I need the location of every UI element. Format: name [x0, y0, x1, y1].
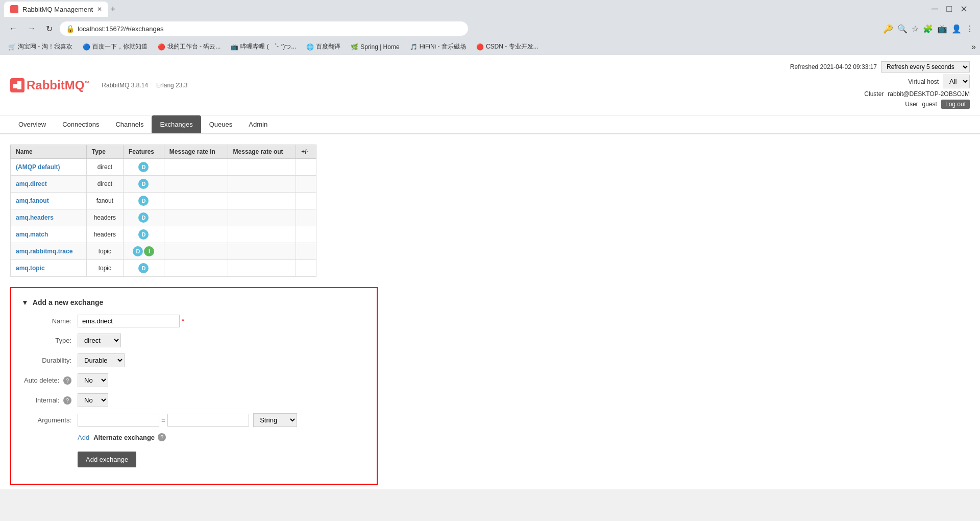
cast-icon[interactable]: 📺 [937, 24, 947, 34]
exchange-features: D [124, 226, 164, 243]
app-logo: RabbitMQ™ [10, 78, 89, 92]
exchange-rate-in [164, 209, 228, 226]
feature-badge-d: D [138, 212, 149, 223]
bookmark-baidu[interactable]: 🔵 百度一下，你就知道 [79, 41, 152, 52]
exchange-name[interactable]: amq.headers [11, 209, 87, 226]
table-row: amq.fanoutfanoutD [11, 193, 316, 209]
maximize-button[interactable]: □ [946, 4, 952, 15]
alt-exchange-help-icon[interactable]: ? [158, 433, 166, 441]
logo-icon [10, 78, 24, 92]
section-toggle[interactable]: ▼ Add a new exchange [21, 298, 366, 306]
bookmark-star-icon[interactable]: ☆ [912, 24, 919, 34]
exchange-rate-out [228, 159, 296, 176]
exchange-type: fanout [86, 193, 123, 209]
browser-tab[interactable]: RabbitMQ Management ✕ [4, 2, 108, 17]
alternate-exchange-link[interactable]: Alternate exchange [93, 434, 155, 441]
bookmark-icon: 🔵 [83, 43, 90, 51]
search-icon[interactable]: 🔍 [897, 24, 908, 34]
feature-badge-d: D [133, 246, 143, 256]
nav-admin[interactable]: Admin [240, 115, 276, 133]
bookmarks-more-icon[interactable]: » [971, 42, 976, 52]
bookmark-bilibili[interactable]: 📺 哔哩哔哩 ( ゜- °)つ... [227, 41, 300, 52]
bookmark-spring[interactable]: 🌿 Spring | Home [347, 42, 403, 52]
tab-close-button[interactable]: ✕ [97, 6, 102, 13]
tab-title: RabbitMQ Management [22, 6, 93, 13]
nav-overview[interactable]: Overview [10, 115, 54, 133]
exchange-name[interactable]: amq.match [11, 226, 87, 243]
internal-label: Internal: ? [21, 396, 78, 405]
table-row: amq.directdirectD [11, 176, 316, 193]
close-window-button[interactable]: ✕ [960, 4, 968, 15]
exchange-type: topic [86, 260, 123, 277]
exchange-rate-out [228, 243, 296, 260]
extension-icon[interactable]: 🧩 [923, 24, 933, 34]
bookmark-icon: 🌐 [306, 43, 314, 51]
bookmark-gitee[interactable]: 🔴 我的工作台 - 码云... [154, 41, 225, 52]
add-exchange-button[interactable]: Add exchange [78, 452, 136, 467]
auto-delete-select[interactable]: No Yes [78, 373, 108, 387]
section-title: Add a new exchange [33, 298, 103, 306]
nav-connections[interactable]: Connections [54, 115, 107, 133]
menu-icon[interactable]: ⋮ [966, 24, 974, 34]
type-select[interactable]: direct fanout headers topic [78, 334, 121, 347]
minimize-button[interactable]: ─ [932, 4, 938, 15]
bookmark-hifini[interactable]: 🎵 HiFiNi - 音乐磁场 [406, 41, 470, 52]
bookmark-icon: 📺 [231, 43, 238, 51]
argument-key-input[interactable] [78, 414, 159, 427]
feature-badge-d: D [138, 229, 149, 240]
argument-type-select[interactable]: String Integer Boolean [253, 413, 297, 427]
exchange-name[interactable]: amq.topic [11, 260, 87, 277]
table-row: amq.headersheadersD [11, 209, 316, 226]
nav-exchanges[interactable]: Exchanges [152, 115, 201, 133]
table-row: amq.rabbitmq.tracetopicDI [11, 243, 316, 260]
exchange-rate-in [164, 159, 228, 176]
internal-help-icon[interactable]: ? [63, 396, 71, 405]
main-nav: Overview Connections Channels Exchanges … [0, 115, 980, 134]
exchange-rate-in [164, 243, 228, 260]
exchange-rate-in [164, 176, 228, 193]
nav-channels[interactable]: Channels [107, 115, 152, 133]
exchange-actions [296, 226, 316, 243]
exchange-rate-in [164, 226, 228, 243]
exchange-rate-out [228, 226, 296, 243]
forward-button[interactable]: → [24, 22, 39, 35]
profile-icon[interactable]: 👤 [951, 24, 962, 34]
vhost-select[interactable]: All [943, 75, 970, 88]
bookmark-csdn[interactable]: 🔴 CSDN - 专业开发... [472, 41, 543, 52]
bookmark-icon: 🔴 [158, 43, 165, 51]
nav-queues[interactable]: Queues [201, 115, 241, 133]
add-exchange-section: ▼ Add a new exchange Name: * Type: direc… [10, 287, 378, 485]
name-row: Name: * [21, 315, 366, 327]
table-row: amq.topictopicD [11, 260, 316, 277]
arguments-row: Arguments: = String Integer Boolean [21, 413, 366, 427]
col-type: Type [86, 145, 123, 159]
exchange-name[interactable]: amq.fanout [11, 193, 87, 209]
name-label: Name: [21, 317, 78, 325]
col-rate-out: Message rate out [228, 145, 296, 159]
back-button[interactable]: ← [6, 22, 20, 35]
address-text[interactable]: localhost:15672/#/exchanges [78, 25, 462, 33]
equals-sign: = [161, 416, 165, 424]
feature-badge-d: D [138, 263, 149, 273]
name-input[interactable] [78, 315, 180, 327]
cluster-value: rabbit@DESKTOP-2OBSOJM [888, 90, 970, 98]
exchange-name[interactable]: (AMQP default) [11, 159, 87, 176]
reload-button[interactable]: ↻ [43, 22, 56, 36]
durability-select[interactable]: Durable Transient [78, 353, 125, 367]
exchange-name[interactable]: amq.direct [11, 176, 87, 193]
refresh-interval-select[interactable]: Refresh every 5 seconds Refresh every 10… [881, 61, 970, 73]
app-header: RabbitMQ™ RabbitMQ 3.8.14 Erlang 23.3 Re… [0, 55, 980, 115]
exchange-rate-out [228, 176, 296, 193]
new-tab-button[interactable]: + [110, 4, 116, 15]
argument-value-input[interactable] [167, 414, 249, 427]
auto-delete-row: Auto delete: ? No Yes [21, 373, 366, 387]
svg-rect-0 [13, 84, 17, 88]
bookmark-taobao[interactable]: 🛒 淘宝网 - 淘！我喜欢 [4, 41, 77, 52]
exchange-name[interactable]: amq.rabbitmq.trace [11, 243, 87, 260]
logout-button[interactable]: Log out [941, 100, 970, 109]
auto-delete-help-icon[interactable]: ? [63, 376, 71, 385]
bookmark-translate[interactable]: 🌐 百度翻译 [302, 41, 345, 52]
exchanges-table: Name Type Features Message rate in Messa… [10, 145, 316, 277]
internal-select[interactable]: No Yes [78, 393, 108, 407]
add-argument-link[interactable]: Add [78, 434, 89, 441]
